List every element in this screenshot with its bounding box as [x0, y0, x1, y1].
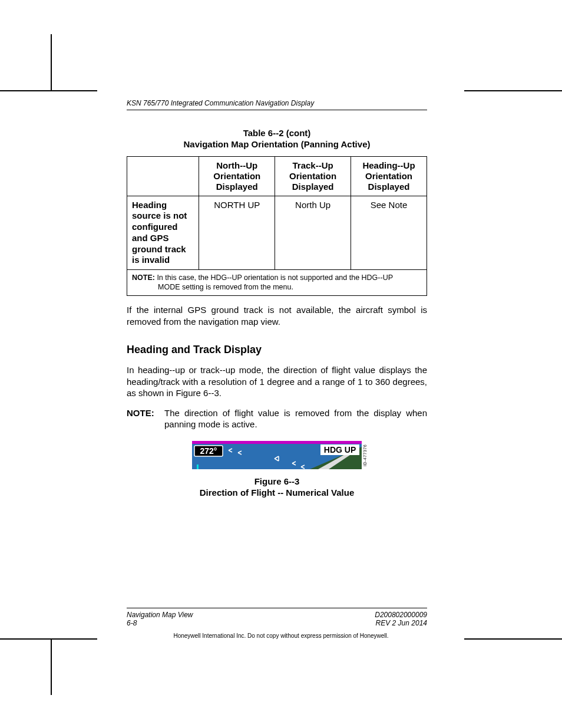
table-caption-line1: Table 6--2 (cont)	[243, 128, 311, 138]
table-caption-line2: Navigation Map Orientation (Panning Acti…	[184, 139, 371, 149]
orientation-table: North--Up Orientation Displayed Track--U…	[127, 156, 427, 297]
svg-rect-0	[192, 441, 362, 444]
table-note-text-b: MODE setting is removed from the menu.	[132, 283, 422, 292]
note-text: The direction of flight value is removed…	[164, 407, 427, 430]
running-header: KSN 765/770 Integrated Communication Nav…	[127, 99, 427, 110]
row-c2: NORTH UP	[199, 196, 275, 270]
footer-right2: REV 2 Jun 2014	[376, 619, 427, 627]
figure-wrap: 272° HDG UP ID-477376	[127, 441, 427, 499]
paragraph: In heading--up or track--up mode, the di…	[127, 364, 427, 399]
th-track-up: Track--Up Orientation Displayed	[275, 156, 351, 196]
mode-label-text: HDG UP	[324, 445, 356, 454]
section-heading: Heading and Track Display	[127, 344, 427, 356]
footer-left2: 6-8	[127, 619, 137, 627]
figure-id-tag: ID-477376	[362, 441, 368, 469]
footer-right1: D200802000009	[375, 611, 427, 619]
crop-mark	[51, 638, 52, 695]
content-area: KSN 765/770 Integrated Communication Nav…	[127, 99, 427, 498]
figure-image: 272° HDG UP ID-477376	[192, 441, 362, 472]
table-header-row: North--Up Orientation Displayed Track--U…	[127, 156, 427, 196]
figure-caption-line2: Direction of Flight -- Numerical Value	[200, 487, 355, 498]
svg-rect-6	[197, 465, 199, 469]
table-caption: Table 6--2 (cont) Navigation Map Orienta…	[127, 128, 427, 150]
note-block: NOTE: The direction of flight value is r…	[127, 407, 427, 430]
crop-mark	[51, 34, 52, 91]
th-heading-up: Heading--Up Orientation Displayed	[351, 156, 427, 196]
direction-of-flight-graphic: 272° HDG UP	[192, 441, 362, 469]
copyright-line: Honeywell International Inc. Do not copy…	[0, 633, 562, 639]
row-c4: See Note	[351, 196, 427, 270]
row-c3: North Up	[275, 196, 351, 270]
figure-caption: Figure 6--3 Direction of Flight -- Numer…	[127, 476, 427, 499]
crop-mark	[0, 90, 97, 91]
table-note-cell: NOTE: In this case, the HDG--UP orientat…	[127, 270, 427, 296]
row-label: Heading source is not configured and GPS…	[127, 196, 199, 270]
th-north-up: North--Up Orientation Displayed	[199, 156, 275, 196]
heading-value-text: 272°	[200, 446, 217, 456]
figure-caption-line1: Figure 6--3	[254, 476, 300, 486]
table-note-label: NOTE:	[132, 274, 155, 282]
footer-left1: Navigation Map View	[127, 611, 193, 619]
note-label: NOTE:	[127, 407, 164, 430]
page: KSN 765/770 Integrated Communication Nav…	[0, 0, 562, 728]
table-note-text-a: In this case, the HDG--UP orientation is…	[157, 274, 393, 282]
th-blank	[127, 156, 199, 196]
table-row: Heading source is not configured and GPS…	[127, 196, 427, 270]
crop-mark	[464, 90, 562, 91]
footer-rule	[127, 608, 427, 609]
page-footer: Navigation Map View D200802000009 6-8 RE…	[127, 608, 427, 628]
table-note-row: NOTE: In this case, the HDG--UP orientat…	[127, 270, 427, 296]
paragraph: If the internal GPS ground track is not …	[127, 304, 427, 327]
